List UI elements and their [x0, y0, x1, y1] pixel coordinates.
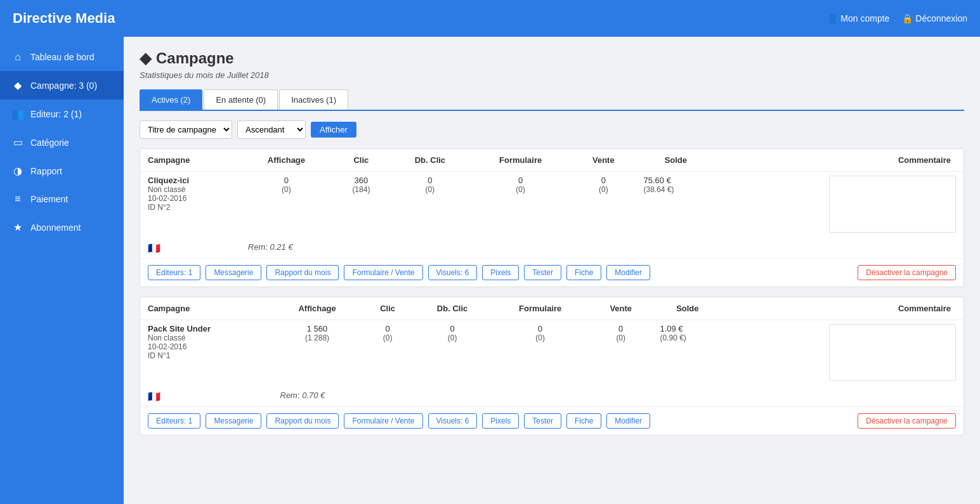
commentaire-1	[715, 172, 964, 239]
editeurs-button-1[interactable]: Editeurs: 1	[148, 265, 200, 280]
diamond-icon: ◆	[11, 79, 24, 91]
order-select[interactable]: Ascendant Descendant	[237, 120, 306, 139]
col-solde-2: Solde	[652, 297, 722, 320]
messagerie-button-1[interactable]: Messagerie	[206, 265, 261, 280]
rapport-button-1[interactable]: Rapport du mois	[266, 265, 339, 280]
flag-icon-1: 🇫🇷	[148, 243, 160, 254]
campaign-info-2: Pack Site Under Non classé 10-02-2016 ID…	[140, 320, 273, 387]
page-subtitle: Statistiques du mois de Juillet 2018	[140, 70, 964, 80]
sidebar-label-abonnement: Abonnement	[30, 223, 81, 233]
col-affichage-1: Affichage	[240, 149, 332, 172]
lock-icon: 🔒	[902, 13, 913, 23]
col-clic-1: Clic	[332, 149, 390, 172]
sidebar-item-editeur[interactable]: 👥 Editeur: 2 (1)	[0, 100, 124, 128]
home-icon: ⌂	[11, 51, 24, 63]
rapport-button-2[interactable]: Rapport du mois	[266, 413, 339, 429]
campaign-id-1: ID N°2	[148, 203, 233, 212]
chart-icon: ◑	[11, 165, 24, 177]
flag-icon-2: 🇫🇷	[148, 391, 160, 402]
flag-cell-1: 🇫🇷	[140, 238, 240, 258]
col-solde-1: Solde	[636, 149, 716, 172]
col-commentaire-2: Commentaire	[722, 297, 964, 320]
action-row-1: Editeurs: 1 Messagerie Rapport du mois F…	[140, 258, 964, 287]
col-formulaire-2: Formulaire	[491, 297, 589, 320]
campaign-info-1: Cliquez-ici Non classé 10-02-2016 ID N°2	[140, 172, 240, 239]
col-campagne-2: Campagne	[140, 297, 273, 320]
campaign-category-2: Non classé	[148, 333, 265, 342]
messagerie-button-2[interactable]: Messagerie	[206, 413, 261, 429]
sidebar-item-paiement[interactable]: ≡ Paiement	[0, 185, 124, 213]
modifier-button-1[interactable]: Modifier	[606, 265, 650, 280]
fiche-button-1[interactable]: Fiche	[566, 265, 601, 280]
sidebar-label-categorie: Catégorie	[30, 138, 69, 148]
fiche-button-2[interactable]: Fiche	[566, 413, 601, 429]
payment-icon: ≡	[11, 193, 24, 205]
category-icon: ▭	[11, 136, 24, 148]
sidebar-item-tableau-de-bord[interactable]: ⌂ Tableau de bord	[0, 43, 124, 71]
rem-val-2: Rem: 0.70 €	[273, 387, 964, 406]
solde-val-2: 1.09 € (0.90 €)	[652, 320, 722, 387]
formulaire-vente-button-2[interactable]: Formulaire / Vente	[344, 413, 422, 429]
tab-inactives[interactable]: Inactives (1)	[279, 89, 348, 110]
tabs: Actives (2) En attente (0) Inactives (1)	[140, 89, 964, 111]
db-clic-val-2: 0 (0)	[414, 320, 492, 387]
rem-row-2: 🇫🇷 Rem: 0.70 €	[140, 387, 964, 406]
col-campagne-1: Campagne	[140, 149, 240, 172]
tester-button-1[interactable]: Tester	[524, 265, 561, 280]
modifier-button-2[interactable]: Modifier	[606, 413, 650, 429]
campaign-date-2: 10-02-2016	[148, 342, 265, 351]
tag-icon: ◆	[140, 49, 151, 67]
sidebar-label-rapport: Rapport	[30, 166, 62, 176]
campaign-table-1: Campagne Affichage Clic Db. Clic Formula…	[140, 149, 964, 258]
afficher-button[interactable]: Afficher	[311, 122, 356, 138]
sidebar-item-campagne[interactable]: ◆ Campagne: 3 (0)	[0, 71, 124, 100]
tester-button-2[interactable]: Tester	[524, 413, 561, 429]
visuels-button-1[interactable]: Visuels: 6	[428, 265, 478, 280]
campaign-card-pack-site-under: Campagne Affichage Clic Db. Clic Formula…	[140, 297, 964, 436]
affichage-val-2: 1 560 (1 288)	[273, 320, 362, 387]
desactiver-button-1[interactable]: Désactiver la campagne	[858, 265, 956, 280]
visuels-button-2[interactable]: Visuels: 6	[428, 413, 478, 429]
sort-select[interactable]: Titre de campagne Date ID	[140, 120, 232, 139]
table-row: Pack Site Under Non classé 10-02-2016 ID…	[140, 320, 964, 387]
sidebar-item-rapport[interactable]: ◑ Rapport	[0, 157, 124, 185]
desactiver-button-2[interactable]: Désactiver la campagne	[858, 413, 956, 429]
logout-link[interactable]: 🔒 Déconnexion	[902, 13, 967, 23]
affichage-val-1: 0 (0)	[240, 172, 332, 239]
col-vente-1: Vente	[571, 149, 636, 172]
comment-textarea-2[interactable]	[829, 324, 956, 381]
vente-val-1: 0 (0)	[571, 172, 636, 239]
tab-en-attente[interactable]: En attente (0)	[204, 89, 278, 110]
sidebar-item-abonnement[interactable]: ★ Abonnement	[0, 213, 124, 242]
star-icon: ★	[11, 221, 24, 233]
formulaire-val-2: 0 (0)	[491, 320, 589, 387]
main-content: ◆ Campagne Statistiques du mois de Juill…	[124, 37, 980, 504]
editeurs-button-2[interactable]: Editeurs: 1	[148, 413, 200, 429]
col-db-clic-2: Db. Clic	[414, 297, 492, 320]
users-icon: 👥	[11, 108, 24, 120]
campaign-name-1: Cliquez-ici	[148, 176, 233, 185]
sidebar-label-tableau-de-bord: Tableau de bord	[30, 52, 94, 62]
comment-textarea-1[interactable]	[829, 176, 956, 233]
clic-val-2: 0 (0)	[362, 320, 414, 387]
sidebar: ⌂ Tableau de bord ◆ Campagne: 3 (0) 👥 Ed…	[0, 37, 124, 504]
pixels-button-2[interactable]: Pixels	[482, 413, 519, 429]
flag-cell-2: 🇫🇷	[140, 387, 273, 406]
tab-actives[interactable]: Actives (2)	[140, 89, 202, 110]
campaign-card-cliquez-ici: Campagne Affichage Clic Db. Clic Formula…	[140, 148, 964, 287]
formulaire-vente-button-1[interactable]: Formulaire / Vente	[344, 265, 422, 280]
sidebar-label-campagne: Campagne: 3 (0)	[30, 81, 97, 91]
sidebar-item-categorie[interactable]: ▭ Catégorie	[0, 128, 124, 157]
account-label: Mon compte	[840, 13, 889, 23]
logout-label: Déconnexion	[915, 13, 967, 23]
action-row-2: Editeurs: 1 Messagerie Rapport du mois F…	[140, 406, 964, 435]
commentaire-2	[722, 320, 964, 387]
account-link[interactable]: 👤 Mon compte	[827, 13, 889, 23]
col-db-clic-1: Db. Clic	[390, 149, 470, 172]
vente-val-2: 0 (0)	[589, 320, 652, 387]
campaign-name-2: Pack Site Under	[148, 324, 265, 333]
pixels-button-1[interactable]: Pixels	[482, 265, 519, 280]
col-formulaire-1: Formulaire	[470, 149, 571, 172]
campaign-id-2: ID N°1	[148, 351, 265, 360]
page-title: ◆ Campagne	[140, 49, 964, 67]
